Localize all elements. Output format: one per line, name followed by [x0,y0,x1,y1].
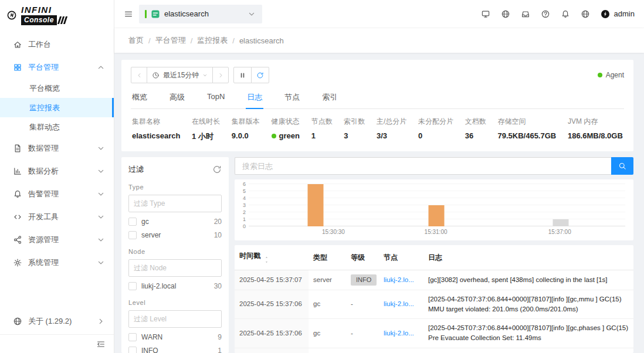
cluster-selector[interactable]: elasticsearch [139,5,262,23]
filter-panel-title: 过滤 [128,164,144,175]
page-content: 最近15分钟 [114,53,644,353]
checkbox[interactable] [128,347,137,353]
filter-option-count: 9 [218,333,222,341]
sidebar-item-label: 集群动态 [29,122,106,133]
filter-option-label: gc [141,218,149,226]
time-prev-button[interactable] [131,67,147,83]
cell-log: [2025-04-25T07:37:06.844+0000][78107][in… [423,290,633,319]
node-link[interactable]: liukj-2.lo... [384,300,414,307]
filter-type-input[interactable] [128,195,222,212]
filter-option-warn[interactable]: WARN9 [128,333,222,341]
cell-level: INFO [346,270,379,290]
cell-log: [2025-04-25T07:37:06.844+0000][78107][in… [423,348,633,353]
stat-value-text: elasticsearch [132,131,180,140]
agent-status: Agent [598,71,624,79]
stat-shards: 主/总分片3/3 [377,117,406,142]
sidebar-item-data-management[interactable]: 数据管理 [0,137,114,159]
health-dot [272,134,276,138]
cell-node: liukj-2.lo... [379,348,423,353]
node-link[interactable]: liukj-2.lo... [384,276,414,283]
stat-label: 节点数 [311,117,333,127]
log-table-card: 时间戳类型等级节点日志 2025-04-25 15:37:07serverINF… [235,245,633,353]
sidebar-item-platform-management[interactable]: 平台管理 [0,56,114,79]
stat-value-text: 1 [311,131,316,140]
time-range-button[interactable]: 最近15分钟 [147,67,213,83]
tab-nodes[interactable]: 节点 [283,87,301,109]
filter-option-server[interactable]: server10 [128,231,222,239]
sidebar-item-cluster-activities[interactable]: 集群动态 [0,117,114,137]
chevron-right-icon [96,317,106,326]
checkbox[interactable] [128,218,137,226]
log-search-input[interactable] [235,157,611,175]
help-icon[interactable] [541,9,550,19]
breadcrumb-item[interactable]: 平台管理 [155,35,186,46]
checkbox[interactable] [128,333,137,341]
sort-descending-icon [264,260,269,264]
column-header-label: 等级 [351,253,365,262]
cluster-list-icon[interactable] [124,9,133,19]
tab-advanced[interactable]: 高级 [168,87,186,109]
time-next-button[interactable] [212,67,229,83]
filter-refresh-icon[interactable] [212,165,222,174]
overview-card: 最近15分钟 [121,60,633,151]
sidebar-item-system-management[interactable]: 系统管理 [0,251,114,274]
sidebar-item-data-analysis[interactable]: 数据分析 [0,159,114,182]
tab-logs[interactable]: 日志 [246,87,263,109]
checkbox[interactable] [128,231,137,239]
chevron-left-icon [135,72,143,79]
sort-ascending-icon [264,256,269,260]
refresh-button[interactable] [251,67,269,83]
stat-value: 9.0.0 [232,131,260,140]
stat-node-count: 节点数1 [311,117,333,142]
bell-icon[interactable] [561,9,570,19]
globe-icon[interactable] [501,9,510,19]
column-header-timestamp[interactable]: 时间戳 [235,245,309,270]
chart-bar [429,205,445,226]
inbox-icon[interactable] [521,9,530,19]
sidebar-item-monitoring-reports[interactable]: 监控报表 [0,98,114,117]
stat-index-count: 索引数3 [344,117,365,142]
node-link[interactable]: liukj-2.lo... [384,330,414,337]
user-menu[interactable]: admin [601,9,635,19]
sidebar-item-platform-overview[interactable]: 平台概览 [0,79,114,98]
breadcrumb-item[interactable]: 监控报表 [197,35,228,46]
filter-option-gc[interactable]: gc20 [128,218,222,226]
logo-text: INFINI Console [21,5,66,25]
filter-level-input[interactable] [128,310,222,328]
sidebar-item-resource-management[interactable]: 资源管理 [0,228,114,251]
breadcrumb-item[interactable]: 首页 [128,35,144,46]
sidebar-item-dev-tools[interactable]: 开发工具 [0,205,114,228]
y-axis-tick-label: 3 [243,203,246,208]
time-nav-group: 最近15分钟 [131,67,229,83]
tab-overview[interactable]: 概览 [131,87,148,109]
chevron-down-icon [96,258,106,267]
y-axis-tick-label: 2 [243,210,246,215]
language-icon[interactable] [581,9,590,19]
filter-node-input[interactable] [128,259,222,277]
table-row: 2025-04-25 15:37:07serverINFOliukj-2.lo.… [235,270,633,290]
sidebar-item-alerting[interactable]: 告警管理 [0,182,114,205]
refresh-icon [256,72,264,79]
menu-fold-icon[interactable] [96,340,106,349]
filter-option-liukj-2.local[interactable]: liukj-2.local30 [128,282,222,290]
filter-option-info[interactable]: INFO1 [128,347,222,353]
monitor-icon[interactable] [481,9,490,19]
cell-timestamp: 2025-04-25 15:37:06 [235,319,309,348]
file-icon [13,144,22,153]
stat-unassigned-shards: 未分配分片0 [418,117,453,142]
pause-button[interactable] [233,67,252,83]
filter-group-type: Typegc20server10 [128,184,222,239]
filter-option-label: WARN [141,333,162,341]
sidebar-item-workbench[interactable]: 工作台 [0,33,114,56]
tab-indices[interactable]: 索引 [321,87,338,109]
checkbox[interactable] [128,282,137,290]
tab-topn[interactable]: TopN [206,87,226,109]
cell-log: [gc][3082] overhead, spent [438ms] colle… [423,270,633,290]
stat-value-text: 36 [465,131,473,140]
breadcrumb-separator: / [232,36,235,45]
stat-label: 集群版本 [232,117,260,127]
search-button[interactable] [611,157,633,175]
refresh-group [233,67,269,83]
sidebar-item-about[interactable]: 关于 (1.29.2) [0,311,114,332]
table-row: 2025-04-25 15:37:06gc-liukj-2.lo...[2025… [235,290,633,319]
